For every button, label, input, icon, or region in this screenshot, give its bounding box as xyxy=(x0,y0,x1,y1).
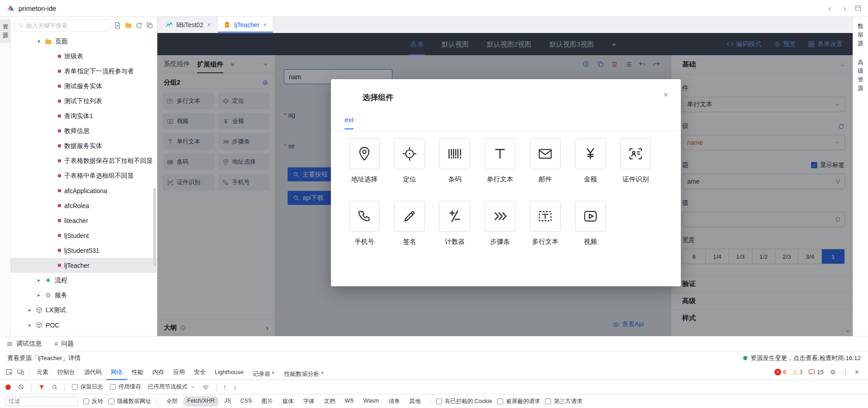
type-ws[interactable]: WS xyxy=(340,396,358,407)
tree-leaf-page[interactable]: 教师信息 xyxy=(11,123,157,138)
devtools-tab-security[interactable]: 安全 xyxy=(189,365,210,380)
warning-counter[interactable]: ⚠3 xyxy=(792,369,802,376)
tree-leaf-page[interactable]: 查询实体1 xyxy=(11,109,157,123)
component-textarea[interactable]: 多行文本 xyxy=(523,201,568,246)
rail-tab-resources[interactable]: 资源 xyxy=(0,19,11,43)
component-amount[interactable]: 金额 xyxy=(568,138,613,184)
filter-input[interactable] xyxy=(5,397,78,406)
new-folder-icon[interactable] xyxy=(125,22,132,29)
caret-down-icon[interactable]: ▾ xyxy=(36,38,42,44)
history-forward-icon[interactable]: › xyxy=(839,4,850,13)
type-wasm[interactable]: Wasm xyxy=(359,396,383,407)
tree-node-processes[interactable]: ▸流程 xyxy=(11,273,157,288)
dialog-tab-ext[interactable]: ext xyxy=(344,116,354,129)
type-all[interactable]: 全部 xyxy=(162,396,182,407)
caret-right-icon[interactable]: ▸ xyxy=(27,307,33,313)
editor-tab-ljteacher[interactable]: ljTeacher × xyxy=(218,17,273,33)
devtools-tab-lighthouse[interactable]: Lighthouse xyxy=(210,365,248,380)
disable-cache-checkbox[interactable]: 停用缓存 xyxy=(110,383,141,391)
type-img[interactable]: 图片 xyxy=(257,396,277,407)
devtools-tab-sources[interactable]: 源代码 xyxy=(80,365,106,380)
tree-leaf-page-selected[interactable]: ljTeacher xyxy=(11,258,157,273)
caret-right-icon[interactable]: ▸ xyxy=(27,322,33,328)
tab-debug-info[interactable]: 调试信息 xyxy=(6,340,42,348)
type-media[interactable]: 媒体 xyxy=(278,396,297,407)
devtools-tab-console[interactable]: 控制台 xyxy=(53,365,80,380)
component-mail[interactable]: 邮件 xyxy=(523,138,568,184)
type-js[interactable]: JS xyxy=(220,396,235,407)
devtools-tab-application[interactable]: 应用 xyxy=(169,365,189,380)
status-detail[interactable]: 查看资源「ljTeacher」详情 xyxy=(7,354,80,362)
third-party-checkbox[interactable]: 第三方请求 xyxy=(545,398,582,405)
collapse-all-icon[interactable] xyxy=(146,22,153,29)
refresh-icon[interactable] xyxy=(136,22,142,29)
type-fetch-xhr-selected[interactable]: Fetch/XHR xyxy=(183,396,219,407)
devtools-tab-network[interactable]: 网络 xyxy=(106,365,127,380)
layout-icon[interactable] xyxy=(854,5,862,12)
devtools-tab-memory[interactable]: 内存 xyxy=(148,365,169,380)
tree-project-partial[interactable]: ▸ala xyxy=(11,332,157,336)
tree-project-poc[interactable]: ▸POC xyxy=(11,318,157,332)
devtools-tab-recorder[interactable]: 记录器▲ xyxy=(248,365,280,380)
error-counter[interactable]: ×6 xyxy=(774,369,786,375)
inspect-element-icon[interactable] xyxy=(5,368,13,376)
invert-checkbox[interactable]: 反转 xyxy=(83,398,103,405)
tree-scrollbar[interactable] xyxy=(153,188,156,266)
type-other[interactable]: 其他 xyxy=(406,396,425,407)
close-dialog-icon[interactable]: × xyxy=(663,89,669,100)
search-input[interactable] xyxy=(26,22,107,29)
caret-right-icon[interactable]: ▸ xyxy=(36,277,42,283)
editor-tab-libitest02[interactable]: liBiTest02 × xyxy=(160,17,217,33)
tree-leaf-page[interactable]: 子表格中单选框组不回显 xyxy=(11,168,157,183)
history-back-icon[interactable]: ‹ xyxy=(824,4,835,13)
tree-leaf-page[interactable]: 子表格数据保存后下拉框不回显 xyxy=(11,153,157,168)
component-idcard[interactable]: 证件识别 xyxy=(613,138,658,184)
component-barcode[interactable]: 条码 xyxy=(432,138,477,184)
tree-leaf-page[interactable]: 测试服务实体 xyxy=(11,79,157,94)
component-video[interactable]: 视频 xyxy=(568,201,613,246)
settings-gear-icon[interactable] xyxy=(830,369,836,375)
type-manifest[interactable]: 清单 xyxy=(385,396,404,407)
tree-node-services[interactable]: ▸服务 xyxy=(11,288,157,303)
network-conditions-icon[interactable] xyxy=(202,384,209,391)
component-locate[interactable]: 定位 xyxy=(387,138,432,184)
close-devtools-icon[interactable]: × xyxy=(855,368,859,376)
export-har-icon[interactable]: ↓ xyxy=(233,383,237,391)
import-har-icon[interactable]: ↑ xyxy=(223,383,227,391)
rail-tab-datasource[interactable]: 数据源 xyxy=(857,22,864,47)
tree-leaf-page[interactable]: afcApplicationa xyxy=(11,183,157,198)
close-tab-icon[interactable]: × xyxy=(263,21,267,28)
locate-file-icon[interactable] xyxy=(114,22,121,29)
devtools-tab-elements[interactable]: 元素 xyxy=(32,365,53,380)
throttling-select[interactable]: 已停用节流模式 xyxy=(148,383,195,391)
tab-problems[interactable]: ≡ 问题 xyxy=(54,340,74,348)
tree-leaf-page[interactable]: 表单指定下一流程参与者 xyxy=(11,64,157,79)
tree-leaf-page[interactable]: ljStudent xyxy=(11,228,157,243)
tree-node-pages[interactable]: ▾页面 xyxy=(11,34,157,49)
resource-change-notice[interactable]: 资源发生变更，点击查看,检查时间:16:12 xyxy=(743,354,861,362)
type-doc[interactable]: 文档 xyxy=(320,396,339,407)
clear-network-icon[interactable] xyxy=(18,384,24,390)
device-toolbar-icon[interactable] xyxy=(17,368,24,376)
tree-leaf-page[interactable]: afcRolea xyxy=(11,198,157,213)
devtools-tab-performance-insights[interactable]: 性能数据分析▲ xyxy=(280,365,329,380)
tree-project-lx[interactable]: ▸LX测试 xyxy=(11,303,157,318)
record-network-icon[interactable] xyxy=(5,384,11,390)
blocked-requests-checkbox[interactable]: 被屏蔽的请求 xyxy=(497,398,540,405)
search-network-icon[interactable] xyxy=(52,384,58,390)
devtools-tab-performance[interactable]: 性能 xyxy=(127,365,148,380)
component-phone[interactable]: 手机号 xyxy=(342,201,387,246)
caret-right-icon[interactable]: ▸ xyxy=(36,292,42,298)
component-address[interactable]: 地址选择 xyxy=(342,138,387,184)
hide-data-urls-checkbox[interactable]: 隐藏数据网址 xyxy=(108,398,151,405)
filter-funnel-icon[interactable] xyxy=(38,384,45,390)
rail-tab-advanced-resources[interactable]: 高级资源 xyxy=(857,58,864,92)
blocked-cookies-checkbox[interactable]: 有已拦截的 Cookie xyxy=(436,398,492,405)
preserve-log-checkbox[interactable]: 保留日志 xyxy=(72,383,103,391)
issues-counter[interactable]: 15 xyxy=(808,369,823,375)
tree-leaf-page[interactable]: 数据服务实体 xyxy=(11,138,157,153)
type-font[interactable]: 字体 xyxy=(299,396,318,407)
tree-leaf-page[interactable]: 班级表 xyxy=(11,49,157,64)
type-css[interactable]: CSS xyxy=(236,396,256,407)
component-steps[interactable]: 步骤条 xyxy=(477,201,523,246)
